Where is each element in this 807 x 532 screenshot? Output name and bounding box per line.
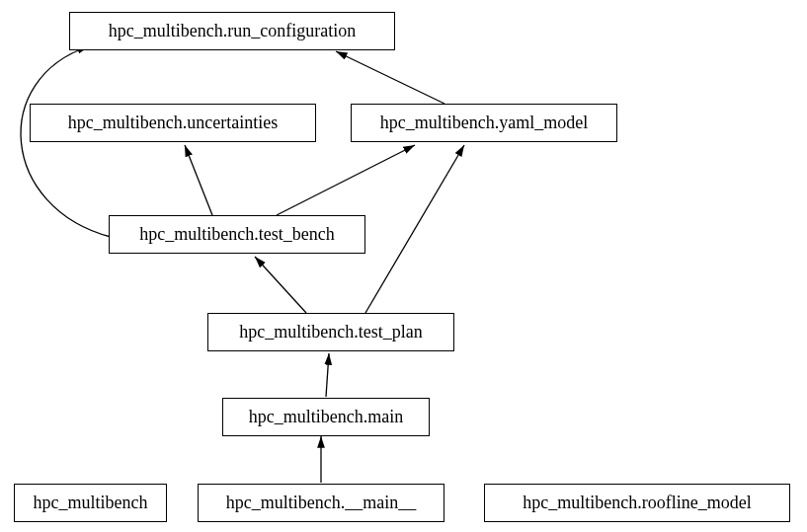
edge-testbench-yamlmodel (277, 145, 415, 215)
node-test-bench: hpc_multibench.test_bench (109, 215, 365, 254)
edge-layer (0, 0, 807, 532)
edge-testplan-yamlmodel (365, 145, 464, 313)
edge-yamlmodel-runconfiguration (336, 51, 444, 104)
node-test-plan: hpc_multibench.test_plan (207, 313, 454, 351)
node-uncertainties: hpc_multibench.uncertainties (30, 104, 316, 142)
node-main: hpc_multibench.main (222, 398, 430, 436)
node-run-configuration: hpc_multibench.run_configuration (69, 12, 395, 50)
node-pkg: hpc_multibench (14, 484, 167, 522)
edge-main-testplan (326, 353, 329, 397)
edge-testplan-testbench (255, 257, 306, 313)
edge-testbench-uncertainties (185, 145, 212, 215)
node-yaml-model: hpc_multibench.yaml_model (351, 104, 617, 142)
node-roofline-model: hpc_multibench.roofline_model (484, 484, 790, 522)
node-dunder-main: hpc_multibench.__main__ (198, 484, 444, 522)
